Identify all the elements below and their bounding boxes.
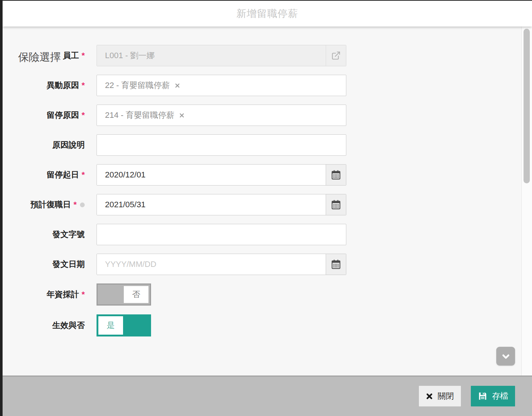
close-icon [426, 393, 433, 400]
field-label-text: 留停原因 [46, 110, 79, 121]
field-label-doc-date: 發文日期 [3, 259, 85, 270]
field-label-reason-note: 原因說明 [3, 140, 85, 151]
page-background: { "dialog": { "title": "新增留職停薪", "sectio… [0, 0, 532, 416]
external-link-icon [331, 51, 341, 60]
leave-start-date-input[interactable] [97, 165, 326, 185]
field-label-employee: 員工* [3, 50, 85, 61]
employee-value [97, 45, 326, 66]
field-change-reason: 22 - 育嬰留職停薪 [97, 75, 346, 96]
save-button[interactable]: 存檔 [471, 386, 515, 406]
expected-return-date-input[interactable] [97, 194, 326, 215]
effective-toggle-knob: 是 [98, 316, 123, 335]
leave-reason-select[interactable]: 214 - 育嬰留職停薪 [97, 105, 346, 126]
doc-date-date-field [97, 254, 346, 275]
field-label-text: 員工 [63, 50, 79, 61]
form-row-reason-note: 原因說明 [3, 134, 517, 156]
field-label-seniority-count: 年資採計* [3, 289, 85, 300]
field-label-expected-return-date: 預計復職日* [3, 199, 85, 210]
calendar-icon [330, 259, 342, 270]
save-button-label: 存檔 [492, 391, 508, 402]
field-label-leave-reason: 留停原因* [3, 110, 85, 121]
remove-tag-icon[interactable] [175, 83, 180, 88]
chevron-down-icon [501, 351, 511, 362]
remove-tag-icon[interactable] [179, 113, 185, 118]
field-label-text: 生效與否 [52, 320, 85, 331]
field-label-text: 原因說明 [52, 140, 85, 151]
field-label-leave-start-date: 留停起日* [3, 169, 85, 180]
form-row-effective: 生效與否是 [3, 314, 517, 336]
save-floppy-icon [478, 391, 487, 401]
required-asterisk: * [81, 81, 85, 90]
dialog-header: 新增留職停薪 [3, 1, 532, 27]
form-row-doc-number: 發文字號 [3, 224, 517, 245]
form-row-seniority-count: 年資採計*否 [3, 283, 517, 306]
leave-start-date-date-field [97, 164, 346, 186]
seniority-count-toggle[interactable]: 否 [97, 283, 151, 306]
field-doc-number [97, 224, 346, 245]
field-label-text: 發文日期 [52, 259, 85, 270]
form-row-doc-date: 發文日期 [3, 254, 517, 275]
required-asterisk: * [81, 51, 85, 60]
calendar-icon [330, 169, 342, 180]
calendar-icon [330, 199, 342, 210]
required-asterisk: * [73, 200, 77, 209]
required-asterisk: * [81, 170, 85, 180]
field-effective: 是 [97, 314, 346, 336]
scrollbar-track[interactable] [521, 27, 532, 376]
doc-number-input[interactable] [97, 224, 346, 245]
field-reason-note [97, 134, 346, 156]
field-leave-start-date [97, 164, 346, 186]
close-button-label: 關閉 [438, 391, 454, 402]
field-seniority-count: 否 [97, 283, 346, 306]
field-expected-return-date [97, 194, 346, 215]
seniority-count-toggle-knob: 否 [124, 286, 148, 303]
expected-return-date-date-field [97, 194, 346, 215]
close-button[interactable]: 關閉 [419, 386, 461, 406]
field-label-text: 年資採計 [46, 289, 79, 300]
effective-toggle[interactable]: 是 [97, 314, 151, 336]
doc-date-input[interactable] [97, 254, 326, 275]
dialog-title: 新增留職停薪 [237, 7, 298, 20]
scrollbar-thumb[interactable] [524, 29, 530, 183]
dialog-body: 員工*異動原因*22 - 育嬰留職停薪留停原因*214 - 育嬰留職停薪原因說明… [3, 27, 532, 416]
selected-tag-text: 22 - 育嬰留職停薪 [105, 80, 170, 91]
form-row-leave-reason: 留停原因*214 - 育嬰留職停薪 [3, 105, 517, 126]
form-area: 員工*異動原因*22 - 育嬰留職停薪留停原因*214 - 育嬰留職停薪原因說明… [3, 45, 517, 345]
field-label-doc-number: 發文字號 [3, 229, 85, 240]
form-row-employee: 員工* [3, 45, 517, 66]
selected-tag-text: 214 - 育嬰留職停薪 [105, 110, 174, 121]
required-asterisk: * [81, 110, 85, 120]
employee-lookup-field [97, 45, 346, 66]
field-label-effective: 生效與否 [3, 320, 85, 331]
field-label-text: 發文字號 [52, 229, 85, 240]
scroll-down-button[interactable] [496, 347, 515, 366]
required-asterisk: * [81, 290, 85, 299]
form-row-expected-return-date: 預計復職日* [3, 194, 517, 215]
form-row-change-reason: 異動原因*22 - 育嬰留職停薪 [3, 75, 517, 96]
field-label-change-reason: 異動原因* [3, 80, 85, 91]
field-employee [97, 45, 346, 66]
field-leave-reason: 214 - 育嬰留職停薪 [97, 105, 346, 126]
reason-note-input[interactable] [97, 134, 346, 156]
field-label-text: 留停起日 [46, 169, 79, 180]
expected-return-date-calendar-button[interactable] [326, 194, 346, 215]
field-label-text: 異動原因 [46, 80, 79, 91]
doc-date-calendar-button[interactable] [326, 254, 346, 275]
open-employee-lookup-button[interactable] [326, 45, 346, 66]
leave-start-date-calendar-button[interactable] [326, 165, 346, 185]
field-label-text: 預計復職日 [30, 199, 71, 210]
dialog-footer: 關閉 存檔 [3, 376, 532, 416]
change-reason-select[interactable]: 22 - 育嬰留職停薪 [97, 75, 346, 96]
hint-dot-icon [80, 202, 85, 207]
form-row-leave-start-date: 留停起日* [3, 164, 517, 186]
field-doc-date [97, 254, 346, 275]
